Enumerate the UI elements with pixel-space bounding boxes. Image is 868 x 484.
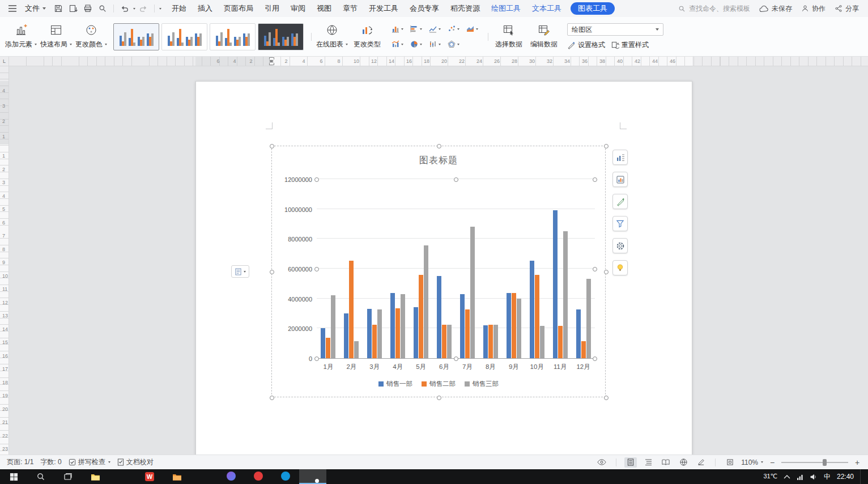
taskbar-app-purple-button[interactable] xyxy=(218,469,245,484)
file-menu-button[interactable]: 文件 xyxy=(20,1,50,16)
menu-tab[interactable]: 章节 xyxy=(337,0,363,17)
chart-elements-button[interactable] xyxy=(612,150,628,165)
bar-销售一部[interactable] xyxy=(344,313,348,358)
menu-tab-active[interactable]: 图表工具 xyxy=(571,2,615,15)
bar-销售二部[interactable] xyxy=(442,325,446,358)
bar-销售三部[interactable] xyxy=(331,295,335,358)
selection-handle[interactable] xyxy=(593,267,597,271)
ink-annotate-button[interactable] xyxy=(695,457,707,468)
document-workspace[interactable]: 图表标题 1月2月3月4月5月6月7月8月9月10月11月12月 销售一部销售二… xyxy=(9,66,868,455)
taskbar-app-red-button[interactable] xyxy=(245,469,272,484)
hamburger-menu-icon[interactable] xyxy=(6,2,19,15)
bar-销售三部[interactable] xyxy=(447,325,452,358)
selection-handle[interactable] xyxy=(270,144,274,148)
chart-style-thumbnail-3[interactable] xyxy=(210,23,256,50)
bar-销售一部[interactable] xyxy=(576,309,581,358)
format-brush-button[interactable] xyxy=(612,194,628,209)
left-indent-marker[interactable] xyxy=(269,63,274,65)
menu-tab[interactable]: 插入 xyxy=(192,0,218,17)
menu-tab[interactable]: 稻壳资源 xyxy=(445,0,486,17)
clock[interactable]: 22:40 xyxy=(837,473,854,481)
bar-销售二部[interactable] xyxy=(349,261,354,358)
export-button[interactable] xyxy=(66,2,80,15)
selection-handle[interactable] xyxy=(437,144,441,148)
bar-销售一部[interactable] xyxy=(390,293,395,358)
show-desktop-button[interactable] xyxy=(860,469,862,484)
ime-indicator[interactable]: 中 xyxy=(824,472,831,482)
selection-handle[interactable] xyxy=(270,270,274,274)
plot-area[interactable] xyxy=(317,180,595,359)
bar-销售二部[interactable] xyxy=(326,338,330,358)
book-view-button[interactable] xyxy=(659,457,672,468)
bar-销售二部[interactable] xyxy=(512,293,516,358)
undo-dropdown-icon[interactable] xyxy=(133,8,135,10)
hidden-icons-chevron[interactable] xyxy=(784,474,790,479)
collaborate-button[interactable]: 协作 xyxy=(801,4,826,14)
menu-tab[interactable]: 开始 xyxy=(166,0,192,17)
combo-chart-button[interactable] xyxy=(388,37,407,52)
layout-options-button[interactable] xyxy=(231,265,249,278)
selection-handle[interactable] xyxy=(593,356,597,361)
save-button[interactable] xyxy=(52,2,65,15)
chart-style-button[interactable] xyxy=(612,172,628,187)
taskbar-folder-orange-button[interactable] xyxy=(163,469,190,484)
chart-element-selector[interactable]: 绘图区 xyxy=(567,23,663,36)
bar-销售三部[interactable] xyxy=(540,326,544,358)
quick-layout-button[interactable]: 快速布局 xyxy=(39,19,74,54)
smart-idea-button[interactable] xyxy=(612,260,628,275)
scatter-chart-button[interactable] xyxy=(444,22,463,37)
command-search[interactable]: 查找命令、搜索模板 xyxy=(678,4,750,14)
selection-handle[interactable] xyxy=(604,144,609,148)
outline-view-button[interactable] xyxy=(642,457,654,468)
network-icon[interactable] xyxy=(797,474,804,480)
tab-stop-selector[interactable]: L xyxy=(0,57,9,66)
set-format-button[interactable]: 设置格式 xyxy=(567,40,605,50)
selection-handle[interactable] xyxy=(454,356,458,361)
zoom-slider[interactable] xyxy=(781,462,848,463)
bar-销售一部[interactable] xyxy=(507,293,511,358)
menu-tab[interactable]: 会员专享 xyxy=(404,0,445,17)
change-color-button[interactable]: 更改颜色 xyxy=(74,19,109,54)
selection-handle[interactable] xyxy=(604,270,609,274)
select-data-button[interactable]: 选择数据 xyxy=(491,19,526,54)
taskbar-wps-button[interactable]: W xyxy=(136,469,163,484)
selection-handle[interactable] xyxy=(454,177,458,182)
fit-page-button[interactable] xyxy=(724,457,736,468)
page-indicator[interactable]: 页面: 1/1 xyxy=(7,457,33,467)
bar-销售二部[interactable] xyxy=(465,309,470,358)
edit-data-button[interactable]: 编辑数据 xyxy=(526,19,561,54)
bar-销售一部[interactable] xyxy=(460,294,465,358)
menu-tab-tool[interactable]: 绘图工具 xyxy=(486,0,526,17)
selection-handle[interactable] xyxy=(314,267,319,271)
online-chart-button[interactable]: 在线图表 xyxy=(314,19,350,54)
line-chart-button[interactable] xyxy=(426,22,444,37)
bar-销售二部[interactable] xyxy=(558,326,563,358)
change-type-button[interactable]: 更改类型 xyxy=(350,19,385,54)
zoom-in-button[interactable]: + xyxy=(853,458,861,467)
chart-style-thumbnail-2[interactable] xyxy=(161,23,207,50)
selection-handle[interactable] xyxy=(314,356,319,361)
quick-access-dropdown-icon[interactable] xyxy=(159,8,161,10)
legend-item[interactable]: 销售一部 xyxy=(378,380,412,388)
selection-handle[interactable] xyxy=(314,177,319,182)
chart-legend[interactable]: 销售一部销售二部销售三部 xyxy=(272,380,605,388)
print-button[interactable] xyxy=(81,2,95,15)
weather-widget[interactable]: 31℃ xyxy=(763,473,777,480)
menu-tab[interactable]: 审阅 xyxy=(285,0,311,17)
chart-title[interactable]: 图表标题 xyxy=(272,155,605,167)
area-chart-button[interactable] xyxy=(463,22,482,37)
selection-handle[interactable] xyxy=(593,177,597,182)
first-line-indent-marker[interactable] xyxy=(269,57,274,60)
taskbar-start-button[interactable] xyxy=(0,469,27,484)
taskbar-explorer-button[interactable] xyxy=(82,469,109,484)
proofread-button[interactable]: 文档校对 xyxy=(117,457,154,467)
bar-销售三部[interactable] xyxy=(470,227,475,358)
undo-button[interactable] xyxy=(118,2,131,15)
bar-销售一部[interactable] xyxy=(367,309,372,358)
bar-销售一部[interactable] xyxy=(321,328,325,358)
word-count[interactable]: 字数: 0 xyxy=(40,457,61,467)
bar-销售一部[interactable] xyxy=(530,261,534,358)
bar-销售三部[interactable] xyxy=(424,245,428,358)
selection-handle[interactable] xyxy=(270,396,274,400)
taskbar-firefox-button[interactable] xyxy=(190,469,218,484)
